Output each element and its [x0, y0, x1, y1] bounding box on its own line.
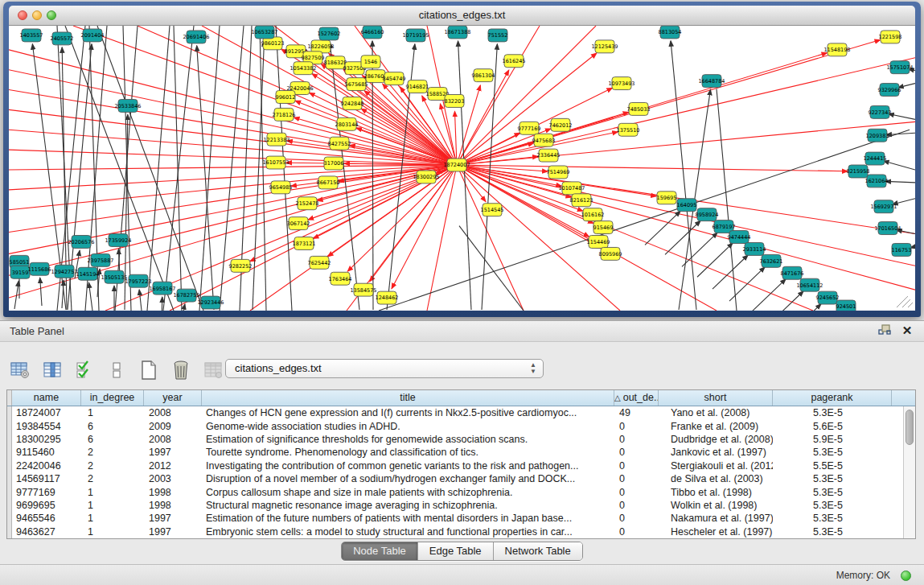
graph-node[interactable]: 751552: [488, 29, 508, 42]
graph-node[interactable]: 1115686: [28, 262, 51, 275]
graph-node[interactable]: 13584575: [350, 283, 376, 296]
graph-node[interactable]: 7632621: [760, 254, 783, 267]
graph-node[interactable]: 832203: [445, 95, 465, 108]
graph-node[interactable]: 10973493: [608, 77, 634, 90]
graph-node[interactable]: 5675685: [345, 78, 368, 91]
column-header-year[interactable]: year: [144, 390, 202, 406]
window-titlebar[interactable]: citations_edges.txt: [9, 6, 915, 26]
graph-node[interactable]: 1248462: [376, 291, 399, 304]
graph-node[interactable]: 9329966: [878, 84, 901, 97]
close-panel-icon[interactable]: ✕: [900, 322, 914, 340]
graph-node[interactable]: 12923446: [197, 296, 224, 309]
column-header-short[interactable]: short: [659, 390, 773, 406]
select-all-icon[interactable]: [74, 359, 95, 381]
graph-node[interactable]: 1244415: [864, 152, 887, 165]
graph-node[interactable]: 1209383: [866, 129, 889, 142]
delete-icon[interactable]: [170, 359, 191, 381]
table-row[interactable]: 969969511998Structural magnetic resonanc…: [7, 499, 904, 512]
table-selector-dropdown[interactable]: citations_edges.txt ▲▼: [225, 359, 544, 378]
graph-node[interactable]: 1145194: [76, 267, 100, 280]
column-header-title[interactable]: title: [202, 390, 614, 406]
graph-node[interactable]: 317006: [324, 157, 344, 170]
graph-node[interactable]: 18671388: [444, 26, 470, 39]
tab-node-table[interactable]: Node Table: [342, 542, 417, 560]
delete-table-icon[interactable]: [203, 359, 224, 381]
graph-node[interactable]: 1375510: [617, 123, 640, 136]
network-canvas[interactable]: 1872400798601238912954182260589827509105…: [9, 26, 915, 311]
table-scrollbar[interactable]: [903, 406, 915, 538]
graph-node[interactable]: 17016504: [874, 222, 901, 235]
graph-node[interactable]: 2336445: [537, 149, 561, 162]
graph-node[interactable]: 1546: [361, 56, 380, 68]
graph-node[interactable]: 116753: [892, 243, 912, 256]
scrollbar-thumb[interactable]: [906, 410, 914, 445]
graph-node[interactable]: 2405572: [51, 32, 74, 45]
graph-node[interactable]: 11548198: [823, 43, 850, 56]
graph-node[interactable]: 164095: [677, 199, 697, 212]
table-row[interactable]: 946554611997Estimation of the future num…: [7, 512, 904, 525]
zoom-window-button[interactable]: [47, 10, 56, 20]
graph-node[interactable]: 8427552: [328, 137, 351, 150]
graph-node[interactable]: 17957223: [125, 274, 151, 287]
graph-node[interactable]: 1514545: [481, 204, 504, 216]
graph-node[interactable]: 16782759: [173, 289, 199, 302]
graph-node[interactable]: 10653287: [251, 26, 277, 39]
column-header-out_de[interactable]: △out_de...: [614, 390, 659, 406]
graph-node[interactable]: 39159: [10, 266, 30, 278]
table-row[interactable]: 1456911722003Disruption of a novel membe…: [7, 472, 904, 485]
float-panel-icon[interactable]: [877, 324, 892, 337]
graph-node[interactable]: 12213383: [263, 133, 290, 146]
tab-network-table[interactable]: Network Table: [493, 542, 582, 560]
graph-node[interactable]: 2803144: [335, 117, 359, 130]
graph-node[interactable]: 23975887: [87, 253, 113, 266]
graph-node[interactable]: 9654985: [269, 181, 293, 194]
graph-node[interactable]: 8216123: [570, 194, 593, 207]
graph-node[interactable]: 1616245: [503, 55, 526, 68]
new-table-icon[interactable]: [138, 359, 159, 381]
graph-node[interactable]: 10543382: [290, 62, 316, 75]
graph-node[interactable]: 9777169: [518, 122, 541, 134]
graph-node[interactable]: 7462012: [549, 118, 573, 131]
graph-node[interactable]: 9475683: [532, 134, 556, 146]
column-header-in_degree[interactable]: in_degree: [81, 390, 144, 406]
graph-node[interactable]: 1763464: [329, 272, 352, 285]
graph-node[interactable]: 1621064: [865, 175, 889, 187]
table-row[interactable]: 946362711997Embryonic stem cells: a mode…: [7, 525, 904, 538]
graph-node[interactable]: 9227343: [869, 105, 892, 118]
graph-node[interactable]: 2718126: [273, 108, 296, 121]
graph-node[interactable]: 20691406: [183, 31, 209, 43]
graph-node[interactable]: 18724007: [443, 159, 470, 171]
graph-node[interactable]: 17359924: [105, 234, 131, 247]
graph-node[interactable]: 7625442: [308, 256, 331, 269]
graph-node[interactable]: 8667150: [317, 176, 340, 189]
graph-node[interactable]: 8958924: [696, 208, 719, 221]
column-settings-icon[interactable]: [10, 359, 31, 381]
graph-node[interactable]: 915469: [593, 221, 614, 234]
graph-node[interactable]: 1873121: [293, 237, 316, 250]
graph-node[interactable]: 8095969: [599, 247, 622, 260]
graph-node[interactable]: 8813054: [659, 26, 682, 39]
graph-node[interactable]: 8471676: [781, 266, 804, 279]
graph-node[interactable]: 20533846: [114, 99, 141, 112]
graph-node[interactable]: 2933114: [743, 242, 766, 255]
graph-node[interactable]: 15692971: [870, 200, 897, 213]
graph-node[interactable]: 1527602: [318, 27, 341, 40]
graph-node[interactable]: 16958167: [149, 282, 175, 295]
canvas-resize-grip[interactable]: [897, 296, 913, 307]
clear-selection-icon[interactable]: [106, 359, 127, 381]
graph-node[interactable]: 7514969: [547, 166, 570, 179]
network-graph[interactable]: 1872400798601238912954182260589827509105…: [9, 26, 915, 311]
graph-node[interactable]: 924501: [836, 300, 856, 311]
close-window-button[interactable]: [18, 10, 27, 20]
tab-edge-table[interactable]: Edge Table: [417, 542, 493, 560]
graph-node[interactable]: 6466160: [361, 26, 384, 39]
graph-node[interactable]: 13505135: [101, 270, 127, 283]
graph-node[interactable]: 9245652: [816, 291, 840, 304]
graph-node[interactable]: 8215958: [847, 165, 870, 178]
graph-node[interactable]: 18300295: [413, 171, 439, 183]
graph-node[interactable]: 16107553: [262, 156, 289, 169]
column-header-name[interactable]: name: [12, 390, 81, 406]
table-row[interactable]: 1830029562008Estimation of significance …: [7, 433, 904, 446]
table-row[interactable]: 911546021997Tourette syndrome. Phenomeno…: [7, 446, 904, 459]
graph-node[interactable]: 12125439: [591, 40, 618, 53]
